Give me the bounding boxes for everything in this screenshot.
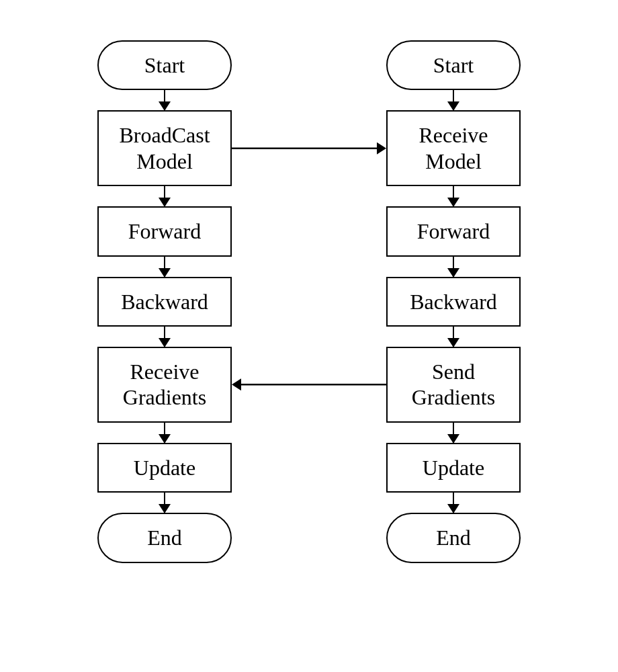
right-arrow-3 [453,327,455,347]
left-arrow-4 [164,423,166,443]
left-flow-column: Start BroadCast Model Forward Backward R… [84,40,245,563]
right-flow-column: Start Receive Model Forward Backward Sen… [373,40,534,563]
right-arrow-5 [453,493,455,513]
right-update-node: Update [386,443,521,493]
left-arrow-2 [164,257,166,277]
right-arrow-1 [453,186,455,206]
left-end-node: End [97,513,232,562]
right-send-gradients-node: Send Gradients [386,347,521,423]
left-receive-gradients-node: Receive Gradients [97,347,232,423]
right-arrow-0 [453,90,455,110]
left-forward-node: Forward [97,206,232,256]
right-start-node: Start [386,40,521,90]
left-arrow-3 [164,327,166,347]
left-arrow-0 [164,90,166,110]
diagram-container: Start BroadCast Model Forward Backward R… [20,20,598,652]
left-broadcast-node: BroadCast Model [97,110,232,186]
left-backward-node: Backward [97,277,232,327]
right-arrow-4 [453,423,455,443]
left-update-node: Update [97,443,232,493]
left-arrow-5 [164,493,166,513]
left-start-node: Start [97,40,232,90]
right-receive-model-node: Receive Model [386,110,521,186]
right-backward-node: Backward [386,277,521,327]
right-end-node: End [386,513,521,562]
right-forward-node: Forward [386,206,521,256]
right-arrow-2 [453,257,455,277]
left-arrow-1 [164,186,166,206]
